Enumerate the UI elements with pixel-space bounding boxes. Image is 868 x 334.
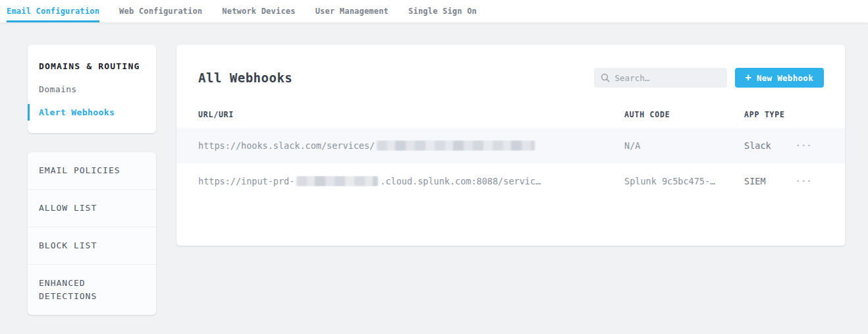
redacted-url-segment [296,176,378,186]
top-navigation: Email Configuration Web Configuration Ne… [0,0,868,23]
webhook-url: https://input-prd- .cloud.splunk.com:808… [198,176,624,186]
table-body: https://hooks.slack.com/services/ N/A Sl… [176,128,845,199]
auth-code: N/A [624,140,744,151]
page-title: All Webhooks [198,70,292,85]
tab-network-devices[interactable]: Network Devices [222,0,295,22]
table-header-row: URL/URI AUTH CODE APP TYPE [176,110,845,128]
table-row: https://input-prd- .cloud.splunk.com:808… [176,163,845,199]
column-header-auth-code: AUTH CODE [624,110,744,119]
redacted-url-segment [377,140,535,151]
tab-web-configuration[interactable]: Web Configuration [119,0,202,22]
sidebar-item-enhanced-detections[interactable]: ENHANCED DETECTIONS [28,264,156,315]
table-row: https://hooks.slack.com/services/ N/A Sl… [176,128,845,163]
auth-code: Splunk 9c5bc475-… [624,176,744,186]
tab-email-configuration[interactable]: Email Configuration [7,0,99,22]
column-header-app-type: APP TYPE [744,110,795,119]
search-box[interactable] [594,68,727,88]
webhook-url: https://hooks.slack.com/services/ [198,140,624,151]
panel-header: All Webhooks + New Webhook [176,45,845,88]
sidebar-item-block-list[interactable]: BLOCK LIST [28,227,156,264]
app-type: SIEM [744,176,795,186]
sidebar-item-alert-webhooks[interactable]: Alert Webhooks [28,107,156,117]
url-prefix: https://hooks.slack.com/services/ [198,140,375,151]
row-actions-ellipsis-button[interactable]: ••• [795,140,814,152]
domains-routing-card: DOMAINS & ROUTING Domains Alert Webhooks [28,45,156,133]
webhooks-panel: All Webhooks + New Webhook URL/URI AUTH … [176,45,845,246]
url-suffix: .cloud.splunk.com:8088/servic… [380,176,541,186]
sidebar: DOMAINS & ROUTING Domains Alert Webhooks… [28,45,156,315]
tab-user-management[interactable]: User Management [315,0,389,22]
column-header-url: URL/URI [198,110,624,119]
sidebar-item-allow-list[interactable]: ALLOW LIST [28,189,156,227]
webhooks-table: URL/URI AUTH CODE APP TYPE https://hooks… [176,110,845,199]
tab-single-sign-on[interactable]: Single Sign On [408,0,477,22]
app-type: Slack [744,140,795,151]
domains-routing-heading: DOMAINS & ROUTING [28,61,156,71]
new-webhook-button-label: New Webhook [757,73,813,83]
sidebar-item-domains[interactable]: Domains [28,84,156,94]
page-content: DOMAINS & ROUTING Domains Alert Webhooks… [0,23,868,315]
url-prefix: https://input-prd- [198,176,294,186]
new-webhook-button[interactable]: + New Webhook [735,68,824,88]
policy-sections-card: EMAIL POLICIES ALLOW LIST BLOCK LIST ENH… [28,152,156,315]
sidebar-item-email-policies[interactable]: EMAIL POLICIES [28,152,156,189]
search-icon [601,73,610,82]
row-actions-ellipsis-button[interactable]: ••• [795,175,814,187]
plus-icon: + [746,73,751,83]
search-input[interactable] [615,73,720,83]
